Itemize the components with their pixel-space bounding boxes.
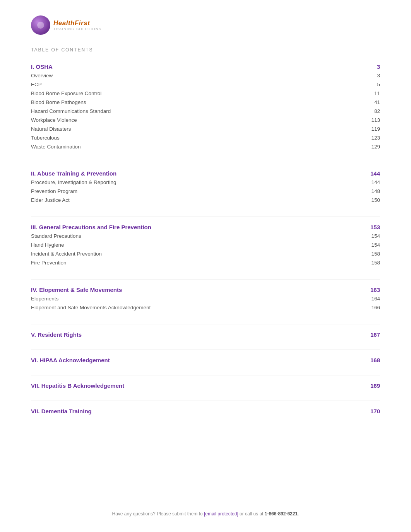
toc-item-label: Fire Prevention <box>31 259 67 268</box>
logo-icon <box>31 15 50 35</box>
section-title-page: 169 <box>365 382 380 389</box>
section-title-1[interactable]: I. OSHA3 <box>31 63 380 70</box>
section-divider <box>31 279 380 280</box>
toc-item[interactable]: Hand Hygiene154 <box>31 241 380 250</box>
toc-item-page: 158 <box>365 250 380 259</box>
logo-circle-inner <box>37 22 44 29</box>
toc-item[interactable]: Fire Prevention158 <box>31 259 380 268</box>
toc-item-page: 150 <box>365 196 380 205</box>
toc-section-7: VII. Hepatitis B Acknowledgement169 <box>31 382 380 389</box>
toc-sections: I. OSHA3Overview3ECP5Blood Borne Exposur… <box>31 63 380 414</box>
toc-item-page: 5 <box>365 80 380 89</box>
toc-item-label: Waste Contamination <box>31 143 81 152</box>
toc-section-4: IV. Elopement & Safe Movements163Elopeme… <box>31 286 380 312</box>
toc-item[interactable]: Workplace Violence113 <box>31 116 380 125</box>
toc-item-page: 129 <box>365 143 380 152</box>
section-title-2[interactable]: II. Abuse Training & Prevention144 <box>31 170 380 177</box>
toc-section-8: VII. Dementia Training170 <box>31 408 380 414</box>
section-title-label: V. Resident Rights <box>31 331 82 338</box>
toc-item-label: Hand Hygiene <box>31 241 64 250</box>
section-title-page: 153 <box>365 224 380 230</box>
toc-item-page: 11 <box>365 89 380 98</box>
toc-item-label: Natural Disasters <box>31 125 71 134</box>
section-title-6[interactable]: VI. HIPAA Acknowledgement168 <box>31 357 380 363</box>
toc-item[interactable]: Elopement and Safe Movements Acknowledge… <box>31 304 380 312</box>
toc-section-1: I. OSHA3Overview3ECP5Blood Borne Exposur… <box>31 63 380 151</box>
toc-item-page: 148 <box>365 187 380 196</box>
toc-item-label: Blood Borne Exposure Control <box>31 89 101 98</box>
toc-item-page: 158 <box>365 259 380 268</box>
toc-item[interactable]: Overview3 <box>31 72 380 80</box>
section-title-label: IV. Elopement & Safe Movements <box>31 286 122 293</box>
toc-item-page: 154 <box>365 241 380 250</box>
toc-item-page: 144 <box>365 178 380 187</box>
toc-item[interactable]: Standard Precautions154 <box>31 232 380 241</box>
footer-text-middle: or call us at <box>238 511 265 517</box>
section-title-label: III. General Precautions and Fire Preven… <box>31 224 151 230</box>
toc-item[interactable]: Hazard Communications Standard82 <box>31 107 380 116</box>
toc-item[interactable]: Tuberculous123 <box>31 134 380 143</box>
section-divider <box>31 375 380 375</box>
section-title-8[interactable]: VII. Dementia Training170 <box>31 408 380 414</box>
section-title-4[interactable]: IV. Elopement & Safe Movements163 <box>31 286 380 293</box>
toc-item-label: Overview <box>31 72 53 80</box>
section-divider <box>31 350 380 350</box>
section-title-7[interactable]: VII. Hepatitis B Acknowledgement169 <box>31 382 380 389</box>
toc-header: TABLE OF CONTENTS <box>31 47 380 53</box>
section-divider <box>31 324 380 324</box>
section-title-page: 163 <box>365 286 380 293</box>
footer-text-after: . <box>298 511 299 517</box>
section-title-label: VI. HIPAA Acknowledgement <box>31 357 110 363</box>
toc-item-label: Workplace Violence <box>31 116 77 125</box>
logo-tagline-text: TRAINING SOLUTIONS <box>53 27 102 31</box>
toc-item[interactable]: Elder Justice Act150 <box>31 196 380 205</box>
toc-item-label: Hazard Communications Standard <box>31 107 111 116</box>
section-title-page: 167 <box>365 331 380 338</box>
section-title-page: 168 <box>365 357 380 363</box>
section-title-page: 3 <box>365 63 380 70</box>
section-title-label: VII. Hepatitis B Acknowledgement <box>31 382 124 389</box>
toc-item-page: 123 <box>365 134 380 143</box>
page: HealthFirst TRAINING SOLUTIONS TABLE OF … <box>0 0 411 532</box>
section-title-label: VII. Dementia Training <box>31 408 92 414</box>
toc-item[interactable]: Natural Disasters119 <box>31 125 380 134</box>
toc-item-label: Standard Precautions <box>31 232 81 241</box>
toc-item[interactable]: Blood Borne Exposure Control11 <box>31 89 380 98</box>
toc-item-label: ECP <box>31 80 42 89</box>
toc-item[interactable]: Waste Contamination129 <box>31 143 380 152</box>
toc-item-label: Prevention Program <box>31 187 77 196</box>
toc-item-page: 164 <box>365 295 380 304</box>
toc-section-2: II. Abuse Training & Prevention144Proced… <box>31 170 380 205</box>
toc-item-page: 166 <box>365 304 380 312</box>
section-divider <box>31 163 380 163</box>
toc-item-page: 154 <box>365 232 380 241</box>
logo-brand-text: HealthFirst <box>53 19 102 27</box>
toc-item-label: Tuberculous <box>31 134 60 143</box>
toc-item-label: Elder Justice Act <box>31 196 70 205</box>
toc-item[interactable]: Procedure, Investigation & Reporting144 <box>31 178 380 187</box>
toc-item-label: Elopements <box>31 295 58 304</box>
toc-item-page: 113 <box>365 116 380 125</box>
section-divider <box>31 401 380 401</box>
footer-phone: 1-866-892-6221 <box>265 511 298 517</box>
toc-item[interactable]: ECP5 <box>31 80 380 89</box>
toc-item-page: 119 <box>365 125 380 134</box>
toc-item-page: 82 <box>365 107 380 116</box>
section-title-page: 170 <box>365 408 380 414</box>
footer: Have any questions? Please submit them t… <box>0 511 411 517</box>
section-title-5[interactable]: V. Resident Rights167 <box>31 331 380 338</box>
toc-item-page: 3 <box>365 72 380 80</box>
toc-item[interactable]: Elopements164 <box>31 295 380 304</box>
toc-section-6: VI. HIPAA Acknowledgement168 <box>31 357 380 363</box>
toc-item[interactable]: Incident & Accident Prevention158 <box>31 250 380 259</box>
section-divider <box>31 217 380 217</box>
section-title-label: I. OSHA <box>31 63 53 70</box>
toc-section-5: V. Resident Rights167 <box>31 331 380 338</box>
toc-item[interactable]: Prevention Program148 <box>31 187 380 196</box>
toc-section-3: III. General Precautions and Fire Preven… <box>31 224 380 268</box>
toc-item[interactable]: Blood Borne Pathogens41 <box>31 98 380 107</box>
section-title-3[interactable]: III. General Precautions and Fire Preven… <box>31 224 380 230</box>
logo-text-block: HealthFirst TRAINING SOLUTIONS <box>53 19 102 31</box>
section-title-page: 144 <box>365 170 380 177</box>
footer-email[interactable]: [email protected] <box>204 511 238 517</box>
